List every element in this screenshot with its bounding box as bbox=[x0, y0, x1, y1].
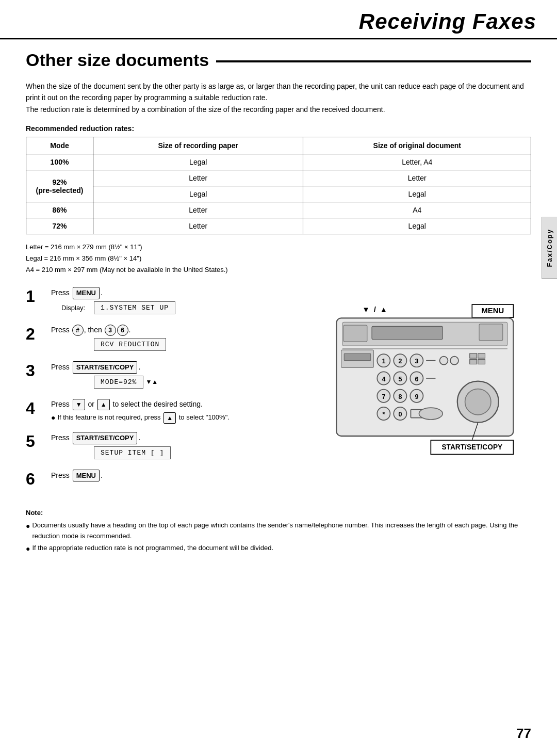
svg-text:8: 8 bbox=[399, 393, 402, 400]
step-4-bullet: ● If this feature is not required, press… bbox=[51, 412, 315, 424]
step-3-text: Press START/SET/COPY. bbox=[51, 361, 315, 374]
step-4-text: Press ▼ or ▲ to select the desired setti… bbox=[51, 399, 315, 410]
bullet-item-4: ● If this feature is not required, press… bbox=[51, 412, 315, 424]
table-row: 86% Letter A4 bbox=[26, 202, 531, 218]
display-value-2: RCV REDUCTION bbox=[94, 338, 166, 351]
svg-text:0: 0 bbox=[399, 411, 402, 419]
svg-rect-9 bbox=[479, 324, 503, 341]
col-header-mode: Mode bbox=[26, 137, 93, 154]
original-72: Legal bbox=[303, 218, 531, 234]
size-note-2: Legal = 216 mm × 356 mm (8½" × 14") bbox=[26, 253, 531, 264]
page-title: Receiving Faxes bbox=[359, 9, 536, 34]
device-diagram: ▼ / ▲ MENU bbox=[331, 292, 531, 494]
down-key: ▼ bbox=[73, 399, 85, 410]
svg-text:▲: ▲ bbox=[380, 305, 388, 314]
step-num-1: 1 bbox=[26, 288, 49, 304]
svg-text:5: 5 bbox=[399, 376, 402, 383]
step-5-text: Press START/SET/COPY. bbox=[51, 432, 315, 444]
step-num-3: 3 bbox=[26, 362, 49, 379]
step-num-5: 5 bbox=[26, 433, 49, 449]
step-num-6: 6 bbox=[26, 471, 49, 487]
table-row: 100% Legal Letter, A4 bbox=[26, 154, 531, 170]
step-4: 4 Press ▼ or ▲ to select the desired set… bbox=[26, 399, 315, 425]
start-set-copy-key-5: START/SET/COPY bbox=[73, 432, 138, 444]
main-content: Other size documents When the size of th… bbox=[0, 40, 557, 566]
svg-text:START/SET/COPY: START/SET/COPY bbox=[442, 444, 503, 452]
display-label-1: Display: bbox=[61, 304, 90, 312]
step-3-display: MODE=92% ▼▲ bbox=[61, 376, 315, 389]
step-2: 2 Press #, then 36. RCV REDUCTION bbox=[26, 325, 315, 354]
svg-rect-7 bbox=[344, 326, 368, 342]
original-92-1: Letter bbox=[303, 170, 531, 186]
step-3-content: Press START/SET/COPY. MODE=92% ▼▲ bbox=[51, 361, 315, 392]
side-tab-label: Fax/Copy bbox=[546, 229, 553, 267]
reduction-table: Mode Size of recording paper Size of ori… bbox=[26, 137, 531, 234]
step-5-display: SETUP ITEM [ ] bbox=[61, 446, 315, 459]
svg-text:9: 9 bbox=[415, 393, 419, 400]
svg-text:3: 3 bbox=[415, 358, 419, 365]
step-num-2: 2 bbox=[26, 326, 49, 342]
svg-rect-12 bbox=[345, 353, 371, 361]
table-row: 72% Letter Legal bbox=[26, 218, 531, 234]
svg-text:MENU: MENU bbox=[482, 307, 504, 315]
recording-92-1: Letter bbox=[93, 170, 303, 186]
bullet-dot-4: ● bbox=[51, 412, 55, 423]
svg-rect-24 bbox=[470, 360, 477, 364]
svg-point-46 bbox=[419, 408, 443, 420]
recording-100: Legal bbox=[93, 154, 303, 170]
key-6: 6 bbox=[117, 325, 128, 336]
key-3: 3 bbox=[105, 325, 116, 336]
menu-key-1: MENU bbox=[73, 287, 100, 299]
table-row: 92%(pre-selected) Letter Letter bbox=[26, 170, 531, 186]
note-section: Note: ● Documents usually have a heading… bbox=[26, 503, 531, 555]
original-100: Letter, A4 bbox=[303, 154, 531, 170]
note-bullet-text-2: If the appropriate reduction rate is not… bbox=[32, 543, 273, 554]
mode-72: 72% bbox=[26, 218, 93, 234]
step-5: 5 Press START/SET/COPY. SETUP ITEM [ ] bbox=[26, 432, 315, 462]
start-set-copy-key-3: START/SET/COPY bbox=[73, 361, 138, 374]
tri-arrows: ▼▲ bbox=[145, 378, 158, 385]
step-2-content: Press #, then 36. RCV REDUCTION bbox=[51, 325, 315, 354]
mode-100: 100% bbox=[26, 154, 93, 170]
step-1-display: Display: 1.SYSTEM SET UP bbox=[61, 301, 315, 314]
size-note-1: Letter = 216 mm × 279 mm (8½" × 11") bbox=[26, 242, 531, 253]
up-key: ▲ bbox=[97, 399, 110, 410]
heading-line bbox=[216, 60, 531, 62]
svg-point-21 bbox=[450, 357, 458, 365]
mode-86: 86% bbox=[26, 202, 93, 218]
step-1-content: Press MENU. Display: 1.SYSTEM SET UP bbox=[51, 287, 315, 317]
note-bullet-1: ● Documents usually have a heading on th… bbox=[26, 520, 531, 542]
page-header: Receiving Faxes bbox=[0, 0, 557, 39]
step-6: 6 Press MENU. bbox=[26, 470, 315, 487]
step-2-text: Press #, then 36. bbox=[51, 325, 315, 336]
svg-rect-25 bbox=[478, 360, 485, 364]
display-value-5: SETUP ITEM [ ] bbox=[94, 446, 171, 459]
note-bullet-2: ● If the appropriate reduction rate is n… bbox=[26, 543, 531, 554]
svg-text:6: 6 bbox=[415, 376, 419, 383]
step-1: 1 Press MENU. Display: 1.SYSTEM SET UP bbox=[26, 287, 315, 317]
recording-72: Letter bbox=[93, 218, 303, 234]
mode-92: 92%(pre-selected) bbox=[26, 170, 93, 202]
svg-text:/: / bbox=[374, 305, 376, 314]
svg-text:4: 4 bbox=[382, 376, 386, 383]
size-notes: Letter = 216 mm × 279 mm (8½" × 11") Leg… bbox=[26, 242, 531, 276]
original-92-2: Legal bbox=[303, 186, 531, 202]
table-label: Recommended reduction rates: bbox=[26, 124, 531, 133]
up-key-2: ▲ bbox=[163, 412, 176, 424]
bullet-text-4: If this feature is not required, press ▲… bbox=[57, 412, 229, 424]
step-4-content: Press ▼ or ▲ to select the desired setti… bbox=[51, 399, 315, 425]
step-6-content: Press MENU. bbox=[51, 470, 315, 484]
svg-text:1: 1 bbox=[382, 358, 386, 365]
menu-key-6: MENU bbox=[73, 470, 100, 482]
device-diagram-container: ▼ / ▲ MENU bbox=[331, 287, 531, 494]
note-bullet-dot-2: ● bbox=[26, 543, 30, 554]
side-tab: Fax/Copy bbox=[542, 217, 557, 279]
step-3: 3 Press START/SET/COPY. MODE=92% ▼▲ bbox=[26, 361, 315, 392]
section-title: Other size documents bbox=[26, 50, 209, 70]
svg-rect-22 bbox=[470, 353, 477, 358]
svg-text:*: * bbox=[383, 411, 385, 419]
svg-text:2: 2 bbox=[399, 358, 402, 365]
step-1-text: Press MENU. bbox=[51, 287, 315, 299]
steps-section: 1 Press MENU. Display: 1.SYSTEM SET UP 2 bbox=[26, 287, 531, 494]
section-heading: Other size documents bbox=[26, 50, 531, 70]
